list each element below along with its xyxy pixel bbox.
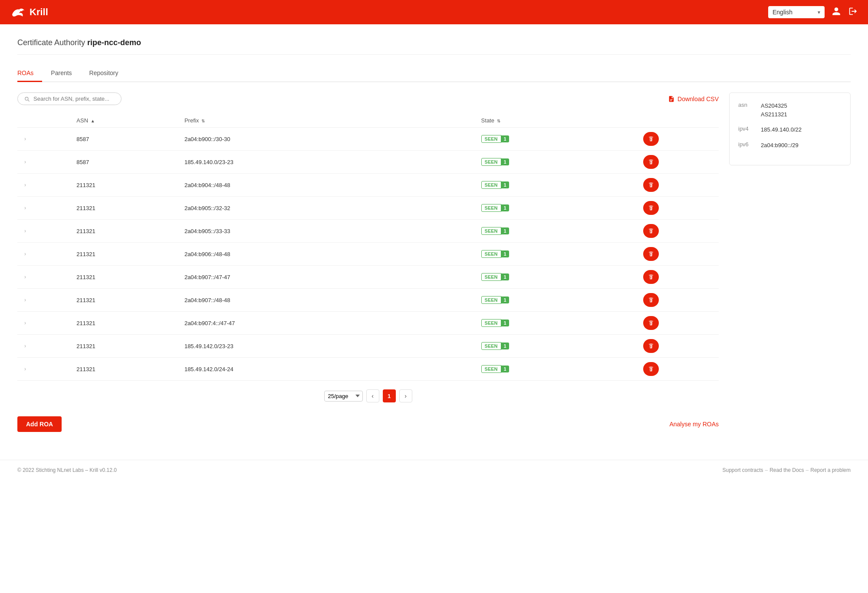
- toolbar: Download CSV: [17, 92, 719, 105]
- state-cell: SEEN1: [476, 358, 638, 381]
- seen-count: 1: [501, 343, 509, 349]
- sidebar-asn-value-1: AS204325: [761, 102, 787, 110]
- delete-roa-button[interactable]: [643, 178, 659, 192]
- seen-count: 1: [501, 227, 509, 234]
- table-row: › 211321 2a04:b905::/32-32 SEEN1: [17, 197, 719, 220]
- sidebar-asn-values: AS204325 AS211321: [761, 102, 787, 119]
- trash-icon: [648, 366, 654, 372]
- action-cell: [638, 289, 719, 312]
- svg-point-0: [21, 10, 23, 11]
- main-left: Download CSV ASN ▲ Prefix ⇅: [17, 92, 719, 432]
- per-page-select[interactable]: 10/page 25/page 50/page 100/page: [324, 391, 363, 402]
- col-prefix-header[interactable]: Prefix ⇅: [179, 114, 476, 128]
- download-csv-button[interactable]: Download CSV: [668, 96, 719, 102]
- footer-support-link[interactable]: Support contracts: [722, 467, 763, 473]
- expand-cell: ›: [17, 220, 71, 243]
- seen-label: SEEN: [481, 204, 501, 212]
- language-selector[interactable]: English Deutsch Français Nederlands: [768, 6, 825, 18]
- delete-roa-button[interactable]: [643, 270, 659, 284]
- trash-icon: [648, 182, 654, 188]
- table-row: › 211321 2a04:b905::/33-33 SEEN1: [17, 220, 719, 243]
- state-cell: SEEN1: [476, 289, 638, 312]
- delete-roa-button[interactable]: [643, 201, 659, 215]
- bottom-bar: Add ROA Analyse my ROAs: [17, 413, 719, 432]
- prefix-cell: 2a04:b900::/30-30: [179, 128, 476, 151]
- tab-repository[interactable]: Repository: [89, 65, 127, 82]
- delete-roa-button[interactable]: [643, 224, 659, 238]
- analyse-roas-link[interactable]: Analyse my ROAs: [669, 421, 719, 428]
- expand-row-button[interactable]: ›: [23, 135, 28, 143]
- action-cell: [638, 174, 719, 197]
- tab-parents[interactable]: Parents: [51, 65, 80, 82]
- expand-row-button[interactable]: ›: [23, 250, 28, 258]
- sidebar-asn-row: asn AS204325 AS211321: [738, 102, 842, 119]
- expand-cell: ›: [17, 174, 71, 197]
- asn-sort-icon: ▲: [91, 119, 95, 123]
- expand-row-button[interactable]: ›: [23, 181, 28, 189]
- expand-row-button[interactable]: ›: [23, 204, 28, 212]
- expand-row-button[interactable]: ›: [23, 342, 28, 350]
- seen-count: 1: [501, 181, 509, 188]
- trash-icon: [648, 320, 654, 326]
- add-roa-button[interactable]: Add ROA: [17, 416, 62, 432]
- delete-roa-button[interactable]: [643, 316, 659, 330]
- page-1-button[interactable]: 1: [383, 389, 396, 402]
- prefix-cell: 2a04:b905::/32-32: [179, 197, 476, 220]
- delete-roa-button[interactable]: [643, 247, 659, 261]
- table-row: › 8587 2a04:b900::/30-30 SEEN1: [17, 128, 719, 151]
- prev-page-button[interactable]: ‹: [366, 389, 379, 402]
- per-page-wrapper[interactable]: 10/page 25/page 50/page 100/page: [324, 391, 363, 402]
- state-cell: SEEN1: [476, 197, 638, 220]
- seen-badge: SEEN1: [481, 273, 509, 281]
- table-row: › 211321 2a04:b906::/48-48 SEEN1: [17, 243, 719, 266]
- header-controls: English Deutsch Français Nederlands: [768, 6, 858, 18]
- table-row: › 8587 185.49.140.0/23-23 SEEN1: [17, 151, 719, 174]
- tab-roas[interactable]: ROAs: [17, 65, 42, 82]
- expand-row-button[interactable]: ›: [23, 319, 28, 327]
- prefix-cell: 2a04:b906::/48-48: [179, 243, 476, 266]
- delete-roa-button[interactable]: [643, 132, 659, 146]
- expand-row-button[interactable]: ›: [23, 158, 28, 166]
- sidebar: asn AS204325 AS211321 ipv4 185.49.140.0/…: [729, 92, 851, 165]
- trash-icon: [648, 159, 654, 165]
- logout-icon[interactable]: [848, 7, 858, 18]
- seen-label: SEEN: [481, 365, 501, 373]
- trash-icon: [648, 251, 654, 257]
- download-icon: [668, 96, 675, 102]
- seen-label: SEEN: [481, 273, 501, 281]
- trash-icon: [648, 297, 654, 303]
- page-title-name: ripe-ncc-demo: [87, 38, 141, 47]
- col-state-header[interactable]: State ⇅: [476, 114, 638, 128]
- expand-row-button[interactable]: ›: [23, 227, 28, 235]
- col-asn-header[interactable]: ASN ▲: [71, 114, 179, 128]
- next-page-button[interactable]: ›: [399, 389, 412, 402]
- main-layout: Download CSV ASN ▲ Prefix ⇅: [17, 92, 851, 432]
- footer-report-link[interactable]: Report a problem: [810, 467, 851, 473]
- seen-count: 1: [501, 366, 509, 372]
- delete-roa-button[interactable]: [643, 362, 659, 376]
- search-box[interactable]: [17, 92, 122, 105]
- asn-cell: 211321: [71, 358, 179, 381]
- delete-roa-button[interactable]: [643, 339, 659, 353]
- prefix-cell: 185.49.142.0/23-23: [179, 335, 476, 358]
- delete-roa-button[interactable]: [643, 155, 659, 169]
- footer-docs-link[interactable]: Read the Docs: [769, 467, 804, 473]
- download-csv-label: Download CSV: [677, 96, 719, 102]
- state-cell: SEEN1: [476, 243, 638, 266]
- trash-icon: [648, 205, 654, 211]
- sidebar-ipv6-row: ipv6 2a04:b900::/29: [738, 141, 842, 150]
- seen-badge: SEEN1: [481, 204, 509, 212]
- asn-cell: 8587: [71, 128, 179, 151]
- seen-label: SEEN: [481, 319, 501, 327]
- table-row: › 211321 185.49.142.0/23-23 SEEN1: [17, 335, 719, 358]
- page-title-prefix: Certificate Authority: [17, 38, 85, 47]
- expand-row-button[interactable]: ›: [23, 273, 28, 281]
- user-icon[interactable]: [832, 7, 841, 18]
- roa-table: ASN ▲ Prefix ⇅ State ⇅: [17, 114, 719, 381]
- expand-row-button[interactable]: ›: [23, 365, 28, 373]
- seen-label: SEEN: [481, 342, 501, 350]
- language-dropdown[interactable]: English Deutsch Français Nederlands: [768, 6, 825, 18]
- expand-row-button[interactable]: ›: [23, 296, 28, 304]
- delete-roa-button[interactable]: [643, 293, 659, 307]
- search-input[interactable]: [33, 96, 115, 102]
